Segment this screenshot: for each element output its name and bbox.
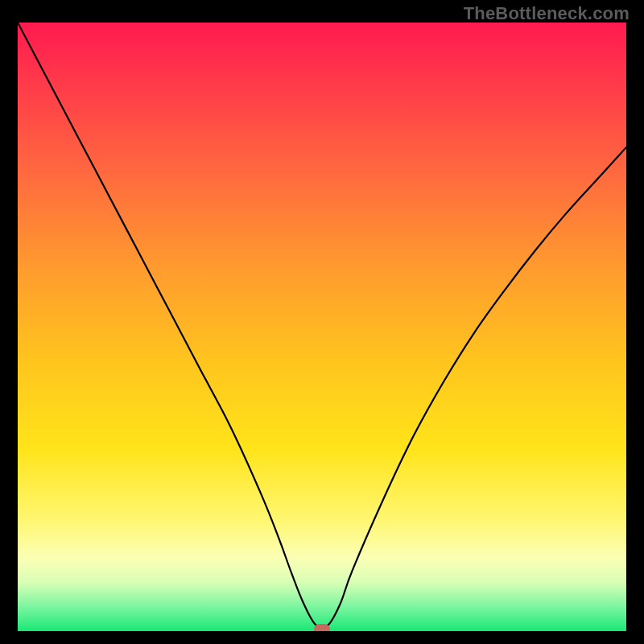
watermark-text: TheBottleneck.com <box>464 3 630 24</box>
minimum-marker <box>314 624 330 631</box>
chart-frame: TheBottleneck.com <box>0 0 644 644</box>
curve-svg <box>18 23 626 631</box>
plot-area <box>18 23 626 631</box>
bottleneck-curve <box>18 23 626 628</box>
